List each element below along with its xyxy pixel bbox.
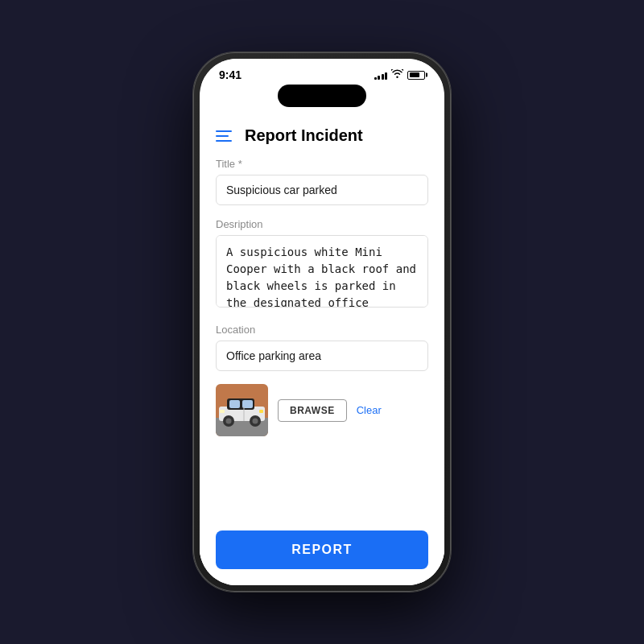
report-button[interactable]: REPORT: [216, 530, 428, 569]
status-bar: 9:41: [200, 59, 444, 85]
report-btn-container: REPORT: [200, 519, 444, 585]
title-label: Title *: [216, 158, 428, 170]
location-field-group: Location: [216, 324, 428, 371]
wifi-icon: [391, 69, 403, 80]
description-textarea[interactable]: A suspicious white Mini Cooper with a bl…: [216, 235, 428, 308]
svg-rect-11: [259, 410, 263, 413]
description-label: Desription: [216, 218, 428, 230]
svg-point-9: [253, 419, 258, 424]
form-section: Title * Desription A suspicious white Mi…: [200, 158, 444, 371]
location-label: Location: [216, 324, 428, 336]
svg-rect-4: [229, 400, 240, 408]
phone-frame: 9:41: [193, 52, 451, 592]
status-time: 9:41: [219, 68, 242, 81]
svg-point-7: [226, 419, 232, 424]
title-input[interactable]: [216, 175, 428, 205]
phone-screen: 9:41: [200, 59, 444, 585]
status-icons: [374, 69, 426, 80]
app-header: Report Incident: [200, 114, 444, 158]
menu-icon[interactable]: [216, 130, 232, 142]
clear-button[interactable]: Clear: [357, 404, 382, 416]
svg-rect-10: [220, 410, 225, 413]
title-field-group: Title *: [216, 158, 428, 205]
signal-icon: [374, 71, 388, 80]
dynamic-island: [278, 85, 366, 107]
battery-icon: [407, 71, 425, 80]
image-thumbnail: [216, 384, 268, 436]
upload-area: BRAWSE Clear: [200, 384, 444, 436]
description-field-group: Desription A suspicious white Mini Coope…: [216, 218, 428, 311]
page-title: Report Incident: [245, 126, 363, 145]
location-input[interactable]: [216, 341, 428, 371]
app-content: Report Incident Title * Desription A sus…: [200, 114, 444, 585]
browse-button[interactable]: BRAWSE: [278, 399, 347, 422]
